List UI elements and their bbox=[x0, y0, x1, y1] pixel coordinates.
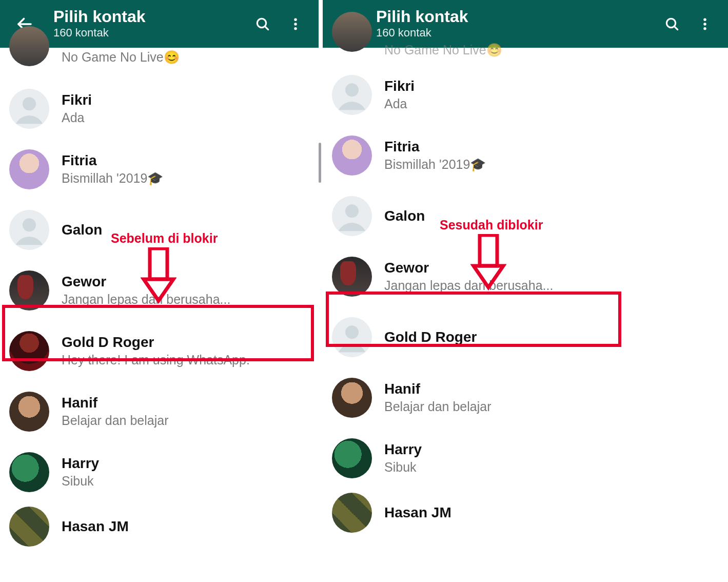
list-item[interactable]: Harry Sibuk bbox=[323, 428, 728, 489]
avatar bbox=[9, 89, 49, 129]
avatar bbox=[332, 378, 372, 418]
list-item[interactable]: No Game No Live😊 bbox=[323, 41, 728, 65]
svg-point-19 bbox=[345, 83, 359, 96]
list-item[interactable]: Hanif Belajar dan belajar bbox=[323, 367, 728, 428]
avatar bbox=[332, 75, 372, 115]
contact-status: Sibuk bbox=[384, 460, 719, 475]
avatar bbox=[9, 331, 49, 371]
contact-name: Gold D Roger bbox=[62, 335, 309, 351]
appbar-subtitle: 160 kontak bbox=[376, 26, 468, 40]
avatar bbox=[332, 12, 372, 52]
svg-marker-11 bbox=[144, 279, 173, 301]
svg-rect-10 bbox=[150, 248, 167, 279]
avatar bbox=[9, 507, 49, 547]
avatar bbox=[332, 196, 372, 236]
list-item[interactable]: Fitria Bismillah '2019🎓 bbox=[0, 139, 319, 200]
contact-status: No Game No Live😊 bbox=[62, 50, 309, 65]
panel-before: Pilih kontak 160 kontak No Game No Live😊 bbox=[0, 0, 319, 582]
appbar-subtitle: 160 kontak bbox=[53, 26, 146, 40]
annotation-arrow-icon bbox=[141, 247, 176, 304]
annotation-label-after: Sesudah diblokir bbox=[440, 218, 543, 232]
svg-point-21 bbox=[345, 204, 359, 218]
more-vert-icon bbox=[697, 16, 713, 32]
list-item[interactable]: Galon bbox=[323, 186, 728, 246]
annotation-arrow-icon bbox=[470, 234, 506, 290]
list-item[interactable]: Hanif Belajar dan belajar bbox=[0, 381, 319, 442]
list-item[interactable]: Fikri Ada bbox=[0, 79, 319, 139]
contact-name: Fikri bbox=[62, 92, 309, 108]
avatar bbox=[332, 257, 372, 297]
svg-point-23 bbox=[345, 325, 359, 339]
avatar-placeholder-icon bbox=[9, 210, 49, 250]
appbar-actions bbox=[244, 10, 309, 38]
contact-status: Belajar dan belajar bbox=[384, 399, 719, 414]
avatar-placeholder-icon bbox=[332, 75, 372, 115]
contact-name: Hasan JM bbox=[62, 519, 309, 535]
contact-status: Jangan lepas dari berusaha... bbox=[384, 278, 719, 293]
search-button[interactable] bbox=[658, 10, 686, 38]
list-item[interactable]: Harry Sibuk bbox=[0, 442, 319, 502]
appbar-title-block: Pilih kontak 160 kontak bbox=[53, 8, 146, 40]
appbar-title-block: Pilih kontak 160 kontak bbox=[376, 8, 468, 40]
list-item[interactable]: Gold D Roger Hey there! I am using Whats… bbox=[0, 321, 319, 381]
more-vert-icon bbox=[288, 16, 303, 32]
scroll-indicator[interactable] bbox=[319, 143, 321, 183]
list-item[interactable]: Fitria Bismillah '2019🎓 bbox=[323, 125, 728, 186]
contact-status: Ada bbox=[384, 96, 719, 111]
appbar-title: Pilih kontak bbox=[53, 8, 146, 26]
avatar-placeholder-icon bbox=[9, 89, 49, 129]
contact-status: Hey there! I am using WhatsApp. bbox=[62, 353, 309, 367]
avatar bbox=[9, 149, 49, 189]
panel-after: Pilih kontak 160 kontak No Game No Live😊 bbox=[319, 0, 728, 582]
list-item[interactable]: Hasan JM bbox=[323, 489, 728, 533]
contact-name: Hanif bbox=[62, 395, 309, 411]
annotation-label-before: Sebelum di blokir bbox=[111, 231, 218, 246]
avatar bbox=[9, 26, 49, 66]
avatar bbox=[332, 493, 372, 533]
avatar bbox=[332, 317, 372, 357]
svg-point-5 bbox=[294, 27, 297, 30]
more-button[interactable] bbox=[282, 10, 309, 38]
avatar bbox=[332, 438, 372, 478]
list-item[interactable]: Gold D Roger bbox=[323, 307, 728, 367]
contact-name: Gewor bbox=[62, 274, 309, 290]
contact-status: Jangan lepas dari berusaha... bbox=[62, 292, 309, 307]
contact-name: Fitria bbox=[62, 153, 309, 169]
more-button[interactable] bbox=[691, 10, 719, 38]
avatar bbox=[9, 210, 49, 250]
svg-point-7 bbox=[23, 97, 36, 110]
appbar-title: Pilih kontak bbox=[376, 8, 468, 26]
contact-name: Hasan JM bbox=[384, 505, 719, 521]
contact-name: Gewor bbox=[384, 260, 719, 276]
contact-name: Gold D Roger bbox=[384, 329, 719, 345]
contact-name: Harry bbox=[384, 442, 719, 458]
search-icon bbox=[254, 16, 271, 32]
contact-name: Fitria bbox=[384, 139, 719, 155]
svg-point-9 bbox=[23, 218, 36, 231]
svg-line-14 bbox=[674, 26, 677, 29]
avatar bbox=[9, 452, 49, 492]
list-item[interactable]: Fikri Ada bbox=[323, 65, 728, 125]
avatar-placeholder-icon bbox=[332, 317, 372, 357]
contact-status: Ada bbox=[62, 110, 309, 125]
svg-rect-24 bbox=[480, 235, 497, 266]
avatar bbox=[332, 135, 372, 176]
svg-point-15 bbox=[703, 18, 706, 21]
search-icon bbox=[664, 16, 680, 32]
contact-status: No Game No Live😊 bbox=[384, 43, 719, 57]
svg-point-3 bbox=[294, 18, 297, 21]
contact-status: Bismillah '2019🎓 bbox=[384, 157, 719, 172]
contact-status: Bismillah '2019🎓 bbox=[62, 171, 309, 186]
list-item[interactable]: Hasan JM bbox=[0, 502, 319, 547]
svg-line-2 bbox=[265, 26, 268, 29]
svg-marker-25 bbox=[474, 266, 503, 287]
contact-list[interactable]: No Game No Live😊 Fikri Ada Fitria Bismil… bbox=[323, 41, 728, 533]
list-item[interactable]: No Game No Live😊 bbox=[0, 48, 319, 79]
svg-point-16 bbox=[703, 23, 706, 26]
list-item[interactable]: Gewor Jangan lepas dari berusaha... bbox=[323, 246, 728, 307]
contact-name: Hanif bbox=[384, 381, 719, 397]
search-button[interactable] bbox=[249, 10, 277, 38]
svg-point-17 bbox=[703, 27, 706, 30]
contact-status: Sibuk bbox=[62, 474, 309, 489]
appbar-actions bbox=[653, 10, 719, 38]
